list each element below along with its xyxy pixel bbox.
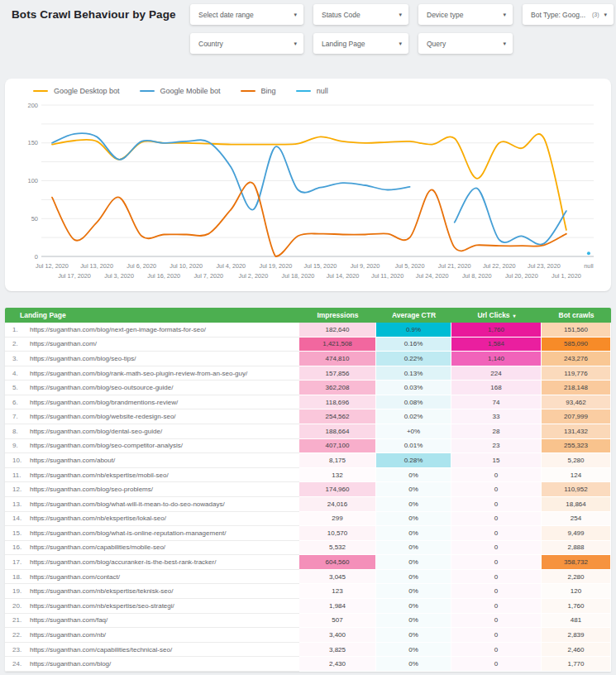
average-ctr-cell: 0.01%	[376, 439, 451, 454]
row-number: 2.	[5, 338, 30, 352]
bot-crawls-cell: 110,952	[542, 482, 611, 497]
table-row: 20.https://suganthan.com/nb/ekspertise/s…	[5, 599, 611, 614]
filter-chip-landing-page[interactable]: Landing Page▾	[313, 33, 408, 54]
landing-page-cell[interactable]: https://suganthan.com/blog/dental-seo-gu…	[30, 424, 299, 439]
table-row: 16.https://suganthan.com/capabilities/mo…	[5, 541, 611, 556]
average-ctr-cell: 0%	[376, 614, 451, 629]
average-ctr-cell: 0.02%	[376, 409, 451, 424]
impressions-cell: 123	[299, 584, 376, 599]
landing-page-cell[interactable]: https://suganthan.com/capabilities/mobil…	[30, 541, 299, 556]
landing-page-cell[interactable]: https://suganthan.com/nb/ekspertise/seo-…	[30, 599, 299, 614]
table-row: 7.https://suganthan.com/blog/website-red…	[5, 409, 611, 424]
legend-item-bing[interactable]: Bing	[241, 87, 276, 95]
x-axis-tick: Jul 1, 2020	[552, 272, 581, 280]
table-row: 8.https://suganthan.com/blog/dental-seo-…	[5, 424, 611, 439]
row-number: 3.	[5, 352, 30, 366]
column-header-impressions[interactable]: Impressions	[299, 308, 376, 323]
landing-page-cell[interactable]: https://suganthan.com/blog/website-redes…	[30, 409, 299, 424]
row-number: 22.	[5, 628, 30, 643]
filter-chip-status-code[interactable]: Status Code▾	[313, 4, 408, 25]
impressions-cell: 407,100	[299, 439, 376, 454]
landing-page-cell[interactable]: https://suganthan.com/nb/ekspertise/mobi…	[30, 468, 299, 483]
column-header-landing-page[interactable]: Landing Page	[5, 308, 299, 323]
landing-page-cell[interactable]: https://suganthan.com/blog/seo-competito…	[30, 439, 299, 454]
landing-page-cell[interactable]: https://suganthan.com/blog/seo-tips/	[30, 352, 299, 366]
filter-chip-bot-type-goog[interactable]: Bot Type: Goog...(3)▾	[523, 4, 614, 25]
x-axis-tick: Jul 4, 2020	[216, 262, 246, 270]
average-ctr-cell: 0.03%	[376, 381, 451, 395]
filter-chip-label: Landing Page	[322, 40, 399, 48]
filter-row: Country▾Landing Page▾Query▾	[190, 33, 614, 54]
average-ctr-cell: 0.13%	[376, 366, 451, 381]
landing-page-cell[interactable]: https://suganthan.com/blog/what-will-it-…	[30, 497, 299, 512]
filter-row: Select date range▾Status Code▾Device typ…	[190, 4, 614, 25]
url-clicks-cell: 0	[451, 482, 542, 497]
landing-page-cell[interactable]: https://suganthan.com/blog/seo-outsource…	[30, 381, 299, 395]
x-axis-tick: Jul 20, 2020	[505, 272, 538, 280]
impressions-cell: 8,175	[299, 453, 376, 468]
table-row: 18.https://suganthan.com/contact/3,0450%…	[5, 570, 611, 585]
sort-desc-icon: ▾	[513, 313, 516, 318]
url-clicks-cell: 33	[451, 409, 542, 424]
url-clicks-cell: 1,140	[451, 352, 542, 366]
column-header-url-clicks[interactable]: Url Clicks▾	[451, 308, 542, 323]
y-axis-tick: 50	[31, 215, 38, 223]
column-header-bot-crawls[interactable]: Bot crawls	[542, 308, 611, 323]
landing-page-cell[interactable]: https://suganthan.com/	[30, 338, 299, 352]
bot-crawls-cell: 254	[542, 512, 611, 527]
x-axis-tick: Jul 3, 2020	[104, 272, 134, 280]
url-clicks-cell: 168	[451, 381, 542, 395]
bot-crawls-cell: 358,732	[542, 555, 611, 570]
landing-page-cell[interactable]: https://suganthan.com/blog/what-is-onlin…	[30, 526, 299, 541]
landing-page-cell[interactable]: https://suganthan.com/nb/ekspertise/loka…	[30, 512, 299, 527]
landing-page-cell[interactable]: https://suganthan.com/nb/ekspertise/tekn…	[30, 584, 299, 599]
landing-page-cell[interactable]: https://suganthan.com/blog/rank-math-seo…	[30, 366, 299, 381]
landing-page-cell[interactable]: https://suganthan.com/capabilities/techn…	[30, 643, 299, 658]
average-ctr-cell: 0.16%	[376, 338, 451, 352]
landing-page-cell[interactable]: https://suganthan.com/blog/brandmentions…	[30, 395, 299, 410]
filter-chip-device-type[interactable]: Device type▾	[418, 4, 513, 25]
x-axis-tick: null	[584, 262, 594, 270]
landing-page-cell[interactable]: https://suganthan.com/blog/next-gen-imag…	[30, 323, 299, 338]
legend-item-null[interactable]: null	[296, 87, 328, 95]
row-number: 13.	[5, 497, 30, 512]
column-header-label: Impressions	[317, 311, 358, 319]
landing-page-cell[interactable]: https://suganthan.com/nb/	[30, 628, 299, 643]
chart-card: Google Desktop botGoogle Mobile botBingn…	[5, 79, 611, 291]
column-header-average-ctr[interactable]: Average CTR	[376, 308, 451, 323]
legend-label: Google Desktop bot	[54, 87, 120, 95]
landing-page-cell[interactable]: https://suganthan.com/blog/seo-problems/	[30, 482, 299, 497]
bot-crawls-cell: 207,999	[542, 409, 611, 424]
table-row: 5.https://suganthan.com/blog/seo-outsour…	[5, 381, 611, 395]
legend-swatch	[33, 90, 48, 92]
chevron-down-icon: ▾	[399, 41, 402, 47]
x-axis-tick: Jul 6, 2020	[127, 262, 156, 270]
average-ctr-cell: 0%	[376, 643, 451, 658]
landing-page-cell[interactable]: https://suganthan.com/blog/	[30, 657, 299, 672]
filter-chip-select-date-range[interactable]: Select date range▾	[190, 4, 303, 25]
filter-chip-query[interactable]: Query▾	[418, 33, 513, 54]
x-axis-tick: Jul 17, 2020	[58, 272, 91, 280]
bot-crawls-cell: 120	[542, 584, 611, 599]
series-line-bing	[52, 182, 566, 256]
legend-swatch	[241, 90, 255, 92]
url-clicks-cell: 1,584	[451, 338, 542, 352]
legend-item-google-desktop-bot[interactable]: Google Desktop bot	[33, 87, 120, 95]
landing-page-cell[interactable]: https://suganthan.com/blog/accuranker-is…	[30, 555, 299, 570]
impressions-cell: 182,640	[299, 323, 376, 338]
bots-crawl-line-chart[interactable]: 050100150200Jul 12, 2020Jul 17, 2020Jul …	[5, 98, 611, 291]
url-clicks-cell: 15	[451, 453, 542, 468]
x-axis-tick: Jul 10, 2020	[170, 262, 203, 270]
table-body: 1.https://suganthan.com/blog/next-gen-im…	[5, 323, 611, 672]
x-axis-tick: Jul 9, 2020	[351, 262, 380, 270]
filter-chip-country[interactable]: Country▾	[190, 33, 303, 54]
landing-page-cell[interactable]: https://suganthan.com/faq/	[30, 614, 299, 629]
impressions-cell: 474,810	[299, 352, 376, 366]
landing-page-cell[interactable]: https://suganthan.com/about/	[30, 453, 299, 468]
landing-page-cell[interactable]: https://suganthan.com/contact/	[30, 570, 299, 585]
x-axis-tick: Jul 15, 2020	[304, 262, 337, 270]
legend-item-google-mobile-bot[interactable]: Google Mobile bot	[140, 87, 221, 95]
url-clicks-cell: 0	[451, 614, 542, 629]
x-axis-tick: Jul 14, 2020	[327, 272, 360, 280]
bot-crawls-cell: 151,560	[542, 323, 611, 338]
